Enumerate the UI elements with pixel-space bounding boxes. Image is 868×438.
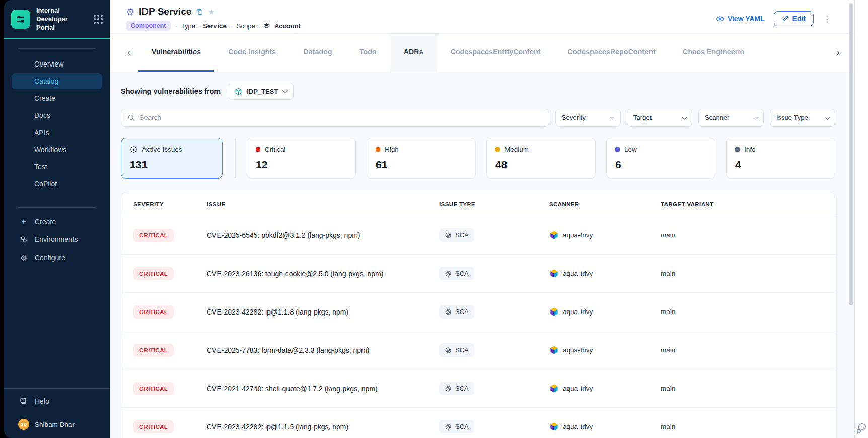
brand: Internal Developer Portal xyxy=(4,0,110,38)
issue-text: CVE-2023-42282: ip@1.1.5 (lang-pkgs, npm… xyxy=(207,423,439,431)
fingerprint-icon xyxy=(445,270,452,277)
project-select[interactable]: IDP_TEST xyxy=(228,83,294,100)
sidebar-item-catalog[interactable]: Catalog xyxy=(12,73,102,89)
fingerprint-icon xyxy=(445,308,452,316)
table-row[interactable]: CRITICAL CVE-2025-7783: form-data@2.3.3 … xyxy=(121,331,835,369)
low-dot-icon xyxy=(615,147,620,152)
aqua-trivy-icon xyxy=(549,269,559,278)
filter-target[interactable]: Target xyxy=(627,109,692,127)
sidebar-item-workflows[interactable]: Workflows xyxy=(12,142,102,158)
sidebar-action-create[interactable]: + Create xyxy=(4,213,110,231)
fingerprint-icon xyxy=(445,232,452,239)
view-yaml-link[interactable]: View YAML xyxy=(716,15,765,23)
info-card[interactable]: Info 4 xyxy=(726,138,835,179)
fingerprint-icon xyxy=(445,423,452,430)
tabs-bar: ‹ Vulnerabilities Code Insights Datadog … xyxy=(110,34,854,72)
favorite-star-icon[interactable]: ★ xyxy=(208,7,215,17)
user-menu[interactable]: SD Shibam Dhar xyxy=(4,412,110,438)
sidebar-action-environments[interactable]: Environments xyxy=(4,231,110,248)
severity-badge: CRITICAL xyxy=(133,420,174,433)
sidebar-item-overview[interactable]: Overview xyxy=(12,56,102,72)
tab-vulnerabilities[interactable]: Vulnerabilities xyxy=(138,34,214,72)
tab-todo[interactable]: Todo xyxy=(346,34,390,72)
high-card[interactable]: High 61 xyxy=(367,138,476,179)
aqua-trivy-icon xyxy=(549,230,559,240)
vertical-scrollbar[interactable] xyxy=(849,3,853,305)
tab-chaos-engineering[interactable]: Chaos Engineerin xyxy=(669,34,758,72)
issue-text: CVE-2025-7783: form-data@2.3.3 (lang-pkg… xyxy=(207,346,439,354)
table-row[interactable]: CRITICAL CVE-2025-6545: pbkdf2@3.1.2 (la… xyxy=(121,216,835,255)
kind-badge: Component xyxy=(126,21,171,31)
tab-datadog[interactable]: Datadog xyxy=(290,34,345,72)
issue-type-chip: SCA xyxy=(439,267,474,280)
severity-badge: CRITICAL xyxy=(133,305,174,319)
medium-card[interactable]: Medium 48 xyxy=(486,138,596,179)
help-button[interactable]: ? Help xyxy=(4,389,110,412)
sidebar-item-test[interactable]: Test xyxy=(12,159,102,175)
entity-header: ⚙ IDP Service ★ Component · Type : Servi… xyxy=(110,0,854,34)
tab-codespaces-entity-content[interactable]: CodespacesEntityContent xyxy=(437,34,554,72)
sidebar-item-apis[interactable]: APIs xyxy=(12,124,102,141)
severity-badge: CRITICAL xyxy=(133,382,174,395)
scanner-cell: aqua-trivy xyxy=(549,230,661,240)
scanner-cell: aqua-trivy xyxy=(549,422,661,431)
sidebar-actions: + Create Environments ⚙ Configure xyxy=(4,211,110,269)
portal-logo-icon[interactable] xyxy=(11,10,30,29)
copy-icon[interactable] xyxy=(196,8,203,16)
tab-code-insights[interactable]: Code Insights xyxy=(214,34,290,72)
info-value: 4 xyxy=(735,159,826,171)
issue-text: CVE-2025-6545: pbkdf2@3.1.2 (lang-pkgs, … xyxy=(207,231,439,239)
target-variant: main xyxy=(661,231,835,239)
target-variant: main xyxy=(661,385,835,392)
scope-layers-icon xyxy=(263,22,270,30)
scanner-cell: aqua-trivy xyxy=(549,384,661,393)
chevron-down-icon xyxy=(753,114,759,119)
vulnerabilities-table: Severity Issue Issue Type Scanner Target… xyxy=(121,192,835,438)
critical-dot-icon xyxy=(256,147,260,152)
scanner-cell: aqua-trivy xyxy=(549,345,661,355)
right-gutter xyxy=(854,0,868,438)
tab-codespaces-repo-content[interactable]: CodespacesRepoContent xyxy=(554,34,670,72)
user-name: Shibam Dhar xyxy=(35,421,75,428)
sidebar-item-copilot[interactable]: CoPilot xyxy=(12,176,102,192)
aqua-trivy-icon xyxy=(549,384,559,393)
sidebar-item-docs[interactable]: Docs xyxy=(12,107,102,123)
target-variant: main xyxy=(661,308,835,316)
search-input[interactable] xyxy=(139,114,543,121)
chat-widget-icon[interactable] xyxy=(856,423,867,434)
more-options-icon[interactable]: ⋮ xyxy=(823,15,831,23)
chevron-left-icon[interactable]: ‹ xyxy=(120,34,138,72)
active-issues-card[interactable]: Active Issues 131 xyxy=(121,138,223,179)
table-row[interactable]: CRITICAL CVE-2023-42282: ip@1.1.5 (lang-… xyxy=(121,408,835,438)
chevron-right-icon[interactable]: › xyxy=(829,34,847,72)
aqua-trivy-icon xyxy=(549,422,559,431)
filter-issue-type[interactable]: Issue Type xyxy=(770,109,835,127)
sidebar-action-configure[interactable]: ⚙ Configure xyxy=(4,248,110,267)
tab-adrs[interactable]: ADRs xyxy=(390,34,437,72)
table-row[interactable]: CRITICAL CVE-2023-26136: tough-cookie@2.… xyxy=(121,255,835,293)
severity-badge: CRITICAL xyxy=(133,344,174,357)
info-circle-icon xyxy=(130,146,137,153)
filter-severity[interactable]: Severity xyxy=(555,109,621,127)
sidebar-item-create[interactable]: Create xyxy=(12,90,102,106)
medium-dot-icon xyxy=(495,147,500,152)
high-value: 61 xyxy=(376,159,467,171)
divider xyxy=(18,48,96,49)
app-switcher-icon[interactable] xyxy=(94,15,103,24)
critical-value: 12 xyxy=(256,159,347,171)
filter-scanner[interactable]: Scanner xyxy=(698,109,764,127)
target-variant: main xyxy=(661,270,835,277)
issue-type-chip: SCA xyxy=(439,343,474,357)
search-box xyxy=(121,109,549,127)
environments-icon xyxy=(19,235,28,244)
edit-button[interactable]: Edit xyxy=(774,11,814,26)
issue-text: CVE-2021-42740: shell-quote@1.7.2 (lang-… xyxy=(207,385,439,393)
table-row[interactable]: CRITICAL CVE-2023-42282: ip@1.1.8 (lang-… xyxy=(121,293,835,331)
sidebar: Internal Developer Portal Overview Catal… xyxy=(4,0,110,438)
brand-accent-rule xyxy=(4,38,110,39)
plus-icon: + xyxy=(19,217,28,226)
critical-card[interactable]: Critical 12 xyxy=(247,138,356,179)
type-label: Type : xyxy=(181,22,199,30)
low-card[interactable]: Low 6 xyxy=(606,138,715,179)
table-row[interactable]: CRITICAL CVE-2021-42740: shell-quote@1.7… xyxy=(121,369,835,408)
